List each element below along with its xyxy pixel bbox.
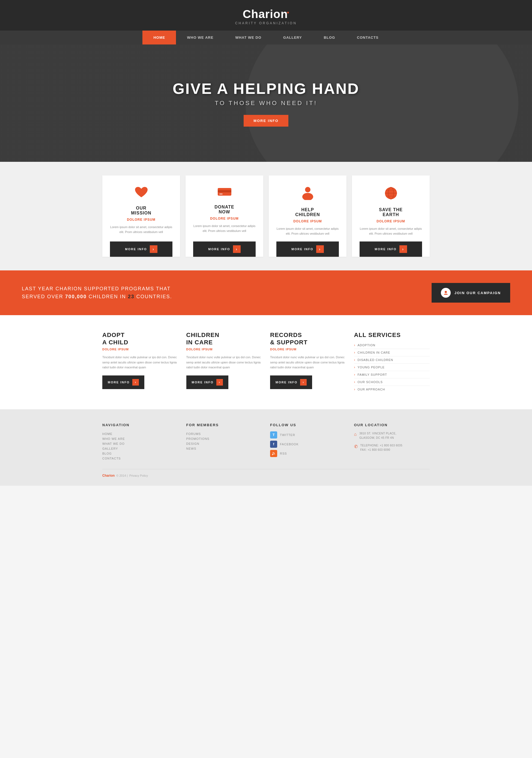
list-item-our-approach[interactable]: ›OUR APPROACH [354, 386, 430, 393]
service-adopt-child: ADOPTA CHILD DOLORE IPSUM Tincidunt dolo… [102, 331, 178, 393]
footer-nav-gallery[interactable]: GALLERY [102, 446, 178, 451]
card-more-info-button-earth[interactable]: MORE INFO › [360, 241, 422, 257]
join-campaign-button[interactable]: JOIN OUR CAMPAIGN [432, 283, 510, 303]
footer-copy: © 2014 | [116, 474, 128, 477]
card-title-mission: OURMISSION [131, 206, 151, 216]
rss-icon [270, 450, 277, 457]
twitter-label: TWITTER [280, 433, 295, 436]
footer-address: ⌂ 3810 ST. VINCENT PLACE, GLASGOW, DC 45… [354, 431, 430, 440]
list-item-our-schools[interactable]: ›OUR SCHOOLS [354, 378, 430, 386]
service-more-info-button-care[interactable]: MORE INFO › [186, 375, 228, 389]
hero-heading: GIVE A HELPING HAND [173, 80, 359, 97]
footer-nav-list: HOME WHO WE ARE WHAT WE DO GALLERY BLOG … [102, 431, 178, 461]
card-subtitle-mission: DOLORE IPSUM [127, 218, 155, 222]
logo-subtitle: CHARITY ORGANIZATION [6, 21, 526, 25]
chevron-icon: › [354, 343, 355, 347]
footer-members-design[interactable]: DESIGN [186, 441, 262, 446]
campaign-line2-mid: CHILDREN IN [87, 294, 128, 299]
service-records-support: RECORDS& SUPPORT DOLORE IPSUM Tincidunt … [270, 331, 346, 393]
join-campaign-label: JOIN OUR CAMPAIGN [454, 291, 501, 295]
twitter-icon: T [270, 431, 277, 438]
svg-point-10 [445, 291, 447, 293]
cards-grid: OURMISSION DOLORE IPSUM Lorem ipsum dolo… [102, 175, 430, 257]
person-icon [301, 186, 314, 202]
footer-members-news[interactable]: NEWS [186, 446, 262, 451]
service-children-care: CHILDRENIN CARE DOLORE IPSUM Tincidunt d… [186, 331, 262, 393]
service-arrow-icon-care: › [216, 379, 223, 386]
card-text-earth: Lorem ipsum dolor sit amet, consectetur … [360, 226, 422, 236]
list-item-young-people[interactable]: ›YOUNG PEOPLE [354, 364, 430, 371]
footer-phone: ✆ TELEPHONE: +1 800 603 6035 FAX: +1 800… [354, 443, 430, 452]
svg-point-3 [305, 187, 311, 192]
nav-item-home[interactable]: HOME [143, 31, 176, 45]
list-item-disabled-children[interactable]: ›DISABLED CHILDREN [354, 356, 430, 364]
footer-nav-what[interactable]: WHAT WE DO [102, 441, 178, 446]
nav-item-gallery[interactable]: GALLERY [272, 31, 313, 45]
card-subtitle-earth: DOLORE IPSUM [377, 220, 405, 223]
site-footer: NAVIGATION HOME WHO WE ARE WHAT WE DO GA… [0, 409, 532, 486]
card-title-donate: DONATENOW [215, 205, 234, 215]
footer-members-promotions[interactable]: PROMOTIONS [186, 436, 262, 441]
footer-nav-contacts[interactable]: CONTACTS [102, 456, 178, 461]
service-more-info-button-records[interactable]: MORE INFO › [270, 375, 312, 389]
service-more-info-button-adopt[interactable]: MORE INFO › [102, 375, 144, 389]
footer-nav-blog[interactable]: BLOG [102, 451, 178, 456]
footer-bottom: Charion © 2014 | Privacy Policy [102, 469, 430, 477]
footer-nav-home[interactable]: HOME [102, 431, 178, 436]
card-more-info-button-mission[interactable]: MORE INFO › [110, 241, 172, 257]
list-item-children-care[interactable]: ›CHILDREN IN CARE [354, 349, 430, 356]
card-icon [217, 186, 232, 199]
card-donate-now: DONATENOW DOLORE IPSUM Lorem ipsum dolor… [185, 175, 263, 257]
hero-more-info-button[interactable]: MORE INFO [244, 115, 288, 126]
nav-item-blog[interactable]: BLOG [313, 31, 346, 45]
services-section: ADOPTA CHILD DOLORE IPSUM Tincidunt dolo… [0, 315, 532, 409]
rss-label: RSS [280, 452, 287, 455]
join-campaign-icon [441, 288, 451, 298]
svg-rect-1 [218, 190, 231, 192]
home-icon: ⌂ [354, 432, 357, 437]
nav-item-who-we-are[interactable]: WHO WE ARE [176, 31, 224, 45]
card-arrow-icon-earth: › [399, 245, 407, 253]
campaign-line2-pre: SERVED OVER [22, 294, 65, 299]
card-arrow-icon-mission: › [150, 245, 157, 253]
chevron-icon: › [354, 358, 355, 362]
card-text-children: Lorem ipsum dolor sit amet, consectetur … [276, 226, 339, 236]
card-more-info-button-donate[interactable]: MORE INFO › [193, 241, 256, 257]
svg-point-4 [302, 193, 313, 200]
service-all-services: ALL SERVICES ›ADOPTION ›CHILDREN IN CARE… [354, 331, 430, 393]
hero-subheading: TO THOSE WHO NEED IT! [173, 100, 359, 107]
footer-location-heading: OUR LOCATION [354, 423, 430, 427]
service-title-care: CHILDRENIN CARE [186, 331, 262, 346]
service-title-adopt: ADOPTA CHILD [102, 331, 178, 346]
logo-heart-icon: ♥ [287, 10, 289, 15]
service-text-care: Tincidunt dolor nunc vulte pulvinar ur i… [186, 355, 262, 370]
card-more-info-button-children[interactable]: MORE INFO › [276, 241, 339, 257]
service-subtitle-records: DOLORE IPSUM [270, 348, 346, 351]
hero-section: GIVE A HELPING HAND TO THOSE WHO NEED IT… [0, 45, 532, 162]
nav-item-what-we-do[interactable]: WHAT WE DO [224, 31, 272, 45]
nav-item-contacts[interactable]: CONTACTS [346, 31, 389, 45]
social-rss[interactable]: RSS [270, 450, 346, 457]
footer-members-forums[interactable]: FORUMS [186, 431, 262, 436]
card-text-donate: Lorem ipsum dolor sit amet, consectetur … [193, 224, 256, 233]
service-arrow-icon-adopt: › [132, 379, 139, 386]
footer-location-col: OUR LOCATION ⌂ 3810 ST. VINCENT PLACE, G… [354, 423, 430, 461]
social-facebook[interactable]: f FACEBOOK [270, 441, 346, 448]
footer-privacy-link[interactable]: Privacy Policy [129, 474, 148, 477]
site-header: Charion♥ CHARITY ORGANIZATION [0, 0, 532, 31]
chevron-icon: › [354, 351, 355, 355]
campaign-banner: LAST YEAR CHARION SUPPORTED PROGRAMS THA… [0, 270, 532, 315]
footer-members-heading: FOR MEMBERS [186, 423, 262, 427]
card-help-children: HELPCHILDREN DOLORE IPSUM Lorem ipsum do… [269, 175, 347, 257]
list-item-family-support[interactable]: ›FAMILY SUPPORT [354, 371, 430, 378]
footer-social-col: FOLLOW US T TWITTER f FACEBOOK RSS [270, 423, 346, 461]
cards-section: OURMISSION DOLORE IPSUM Lorem ipsum dolo… [0, 162, 532, 270]
chevron-icon: › [354, 388, 355, 391]
phone-icon: ✆ [354, 444, 358, 449]
footer-nav-who[interactable]: WHO WE ARE [102, 436, 178, 441]
social-twitter[interactable]: T TWITTER [270, 431, 346, 438]
logo[interactable]: Charion♥ [6, 8, 526, 21]
list-item-adoption[interactable]: ›ADOPTION [354, 342, 430, 349]
services-grid: ADOPTA CHILD DOLORE IPSUM Tincidunt dolo… [102, 331, 430, 393]
footer-nav-heading: NAVIGATION [102, 423, 178, 427]
